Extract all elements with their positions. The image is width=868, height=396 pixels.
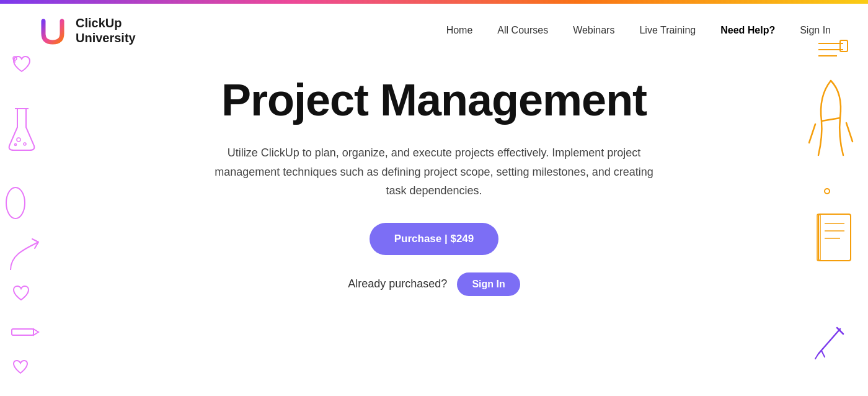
svg-line-22 (815, 354, 818, 359)
logo-text: ClickUp University (76, 16, 136, 45)
nav-sign-in[interactable]: Sign In (800, 25, 831, 35)
svg-rect-7 (12, 329, 33, 335)
clickup-logo-icon (37, 15, 68, 46)
nav-live-training[interactable]: Live Training (639, 25, 696, 35)
nav-webinars[interactable]: Webinars (573, 25, 614, 35)
hero-section: Project Management Utilize ClickUp to pl… (0, 57, 868, 296)
nav-need-help[interactable]: Need Help? (720, 25, 775, 35)
hero-description: Utilize ClickUp to plan, organize, and e… (211, 143, 657, 200)
nav-links: Home All Courses Webinars Live Training … (446, 25, 831, 36)
nav-all-courses[interactable]: All Courses (497, 25, 548, 35)
doodle-heart-bot (12, 360, 29, 375)
svg-line-23 (837, 328, 843, 334)
brand-line1: ClickUp (76, 16, 136, 30)
svg-line-24 (822, 351, 825, 357)
logo-area[interactable]: ClickUp University (37, 15, 136, 46)
doodle-pencil (9, 323, 40, 341)
already-purchased-row: Already purchased? Sign In (348, 272, 520, 296)
already-purchased-text: Already purchased? (348, 277, 447, 290)
page-title: Project Management (221, 76, 647, 125)
sign-in-button[interactable]: Sign In (457, 272, 520, 296)
purchase-button[interactable]: Purchase | $249 (370, 223, 499, 255)
svg-line-21 (818, 329, 840, 354)
navbar: ClickUp University Home All Courses Webi… (0, 4, 868, 57)
nav-home[interactable]: Home (446, 25, 473, 35)
brand-line2: University (76, 30, 136, 45)
doodle-pen-right (812, 323, 849, 360)
